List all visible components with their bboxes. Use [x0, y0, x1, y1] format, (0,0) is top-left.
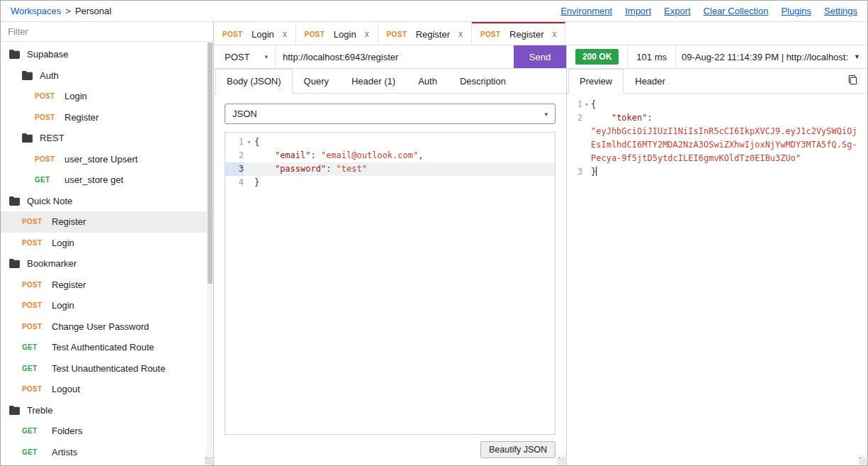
text-cursor: [596, 167, 597, 176]
line-number: 2: [570, 111, 582, 165]
method-label: GET: [35, 176, 59, 184]
tab-body-json[interactable]: Body (JSON): [215, 69, 293, 94]
body-editor[interactable]: 1▾{2 "email": "email@outlook.com",3 "pas…: [225, 132, 556, 435]
response-bar: 200 OK 101 ms 09-Aug-22 11:14:39 PM | ht…: [567, 45, 867, 69]
collection-sidebar: SupabaseAuthPOSTLoginPOSTRegisterRESTPOS…: [1, 22, 214, 465]
tree-request-change-user-password[interactable]: POSTChange User Password: [1, 316, 213, 338]
tree-folder-rest[interactable]: REST: [1, 128, 213, 149]
response-meta-cell[interactable]: 09-Aug-22 11:14:39 PM | http://localhost…: [676, 45, 867, 68]
request-tab-login[interactable]: POSTLoginx: [296, 22, 378, 45]
content-area: SupabaseAuthPOSTLoginPOSTRegisterRESTPOS…: [1, 22, 867, 465]
tab-close-button[interactable]: x: [458, 29, 463, 39]
copy-response-button[interactable]: [838, 69, 867, 93]
tree-request-folders[interactable]: GETFolders: [1, 421, 213, 442]
method-label: GET: [22, 343, 46, 351]
workspaces-link[interactable]: Workspaces: [11, 6, 61, 16]
body-type-select[interactable]: JSON ▾: [225, 104, 556, 124]
tab-close-button[interactable]: x: [365, 29, 369, 39]
fold-icon: [582, 111, 591, 165]
code-line: 2 "email": "email@outlook.com",: [225, 149, 555, 162]
filter-input[interactable]: [1, 22, 213, 42]
request-pane: POST ▾ Send Body (JSON)QueryHeader (1)Au…: [214, 45, 567, 465]
breadcrumb: Workspaces > Personal: [11, 6, 111, 16]
tree-folder-supabase[interactable]: Supabase: [1, 44, 213, 65]
folder-icon: [9, 50, 21, 59]
tab-auth[interactable]: Auth: [407, 69, 449, 93]
method-select-value: POST: [225, 52, 249, 62]
request-tab-register[interactable]: POSTRegisterx: [472, 22, 565, 45]
tree-item-label: Bookmarker: [27, 258, 77, 269]
top-link-import[interactable]: Import: [625, 6, 651, 16]
method-select[interactable]: POST ▾: [214, 45, 276, 68]
tree-folder-quick-note[interactable]: Quick Note: [1, 191, 213, 212]
tree-request-login[interactable]: POSTLogin: [1, 295, 213, 316]
method-label: POST: [35, 92, 59, 100]
scrollbar-thumb[interactable]: [208, 43, 213, 284]
tree-item-label: Treble: [27, 405, 52, 416]
top-link-export[interactable]: Export: [664, 6, 691, 16]
tree-request-user-store-upsert[interactable]: POSTuser_store Upsert: [1, 149, 213, 170]
tree-folder-treble[interactable]: Treble: [1, 400, 213, 421]
tree-folder-bookmarker[interactable]: Bookmarker: [1, 253, 213, 274]
top-link-clear-collection[interactable]: Clear Collection: [704, 6, 769, 16]
code-line: 2 "token": "eyJhbGciOiJIUzI1NiIsInR5cCI6…: [570, 111, 862, 165]
line-content: {: [254, 135, 259, 149]
status-badge: 200 OK: [575, 49, 619, 65]
tree-request-login[interactable]: POSTLogin: [1, 233, 213, 254]
tree-item-label: user_store Upsert: [64, 154, 137, 165]
code-line: 1▾{: [570, 98, 862, 111]
tree-item-label: user_store get: [64, 174, 123, 185]
tab-close-button[interactable]: x: [552, 29, 556, 39]
sidebar-resize-grip[interactable]: [205, 457, 213, 465]
tab-header-1[interactable]: Header (1): [340, 69, 407, 93]
url-input[interactable]: [276, 45, 514, 68]
tab-description[interactable]: Description: [449, 69, 517, 93]
request-pane-resize-grip[interactable]: [558, 457, 565, 465]
send-button[interactable]: Send: [514, 45, 566, 68]
tree-request-test-unauthenticated-route[interactable]: GETTest Unauthenticated Route: [1, 358, 213, 379]
body-type-value: JSON: [232, 109, 257, 119]
chevron-down-icon[interactable]: ▼: [854, 53, 860, 60]
response-tab-header[interactable]: Header: [624, 69, 677, 93]
method-label: GET: [22, 427, 46, 435]
tree-folder-auth[interactable]: Auth: [1, 65, 213, 87]
top-link-settings[interactable]: Settings: [824, 6, 857, 16]
method-label: GET: [22, 448, 46, 456]
code-line: 1▾{: [225, 135, 555, 149]
fold-icon: [244, 176, 254, 189]
tree-request-artists[interactable]: GETArtists: [1, 442, 213, 463]
tree-request-login[interactable]: POSTLogin: [1, 86, 213, 107]
tab-close-button[interactable]: x: [283, 29, 287, 39]
tree-request-register[interactable]: POSTRegister: [1, 274, 213, 296]
tree-request-register[interactable]: POSTRegister: [1, 211, 213, 233]
tab-query[interactable]: Query: [293, 69, 340, 93]
fold-icon: ▾: [244, 135, 254, 149]
tree-item-label: Login: [52, 238, 74, 248]
tree-request-test-authenticated-route[interactable]: GETTest Authenticated Route: [1, 337, 213, 358]
tree-item-label: Test Authenticated Route: [52, 342, 154, 353]
request-tab-register[interactable]: POSTRegisterx: [378, 22, 472, 45]
top-bar: Workspaces > Personal EnvironmentImportE…: [1, 1, 867, 22]
line-number: 4: [225, 176, 244, 189]
response-tab-preview[interactable]: Preview: [568, 69, 624, 94]
request-tab-login[interactable]: POSTLoginx: [214, 22, 296, 45]
tree-item-label: Artists: [52, 447, 77, 457]
window-resize-grip[interactable]: [859, 457, 867, 465]
beautify-json-button[interactable]: Beautify JSON: [480, 441, 556, 458]
top-link-plugins[interactable]: Plugins: [781, 6, 811, 16]
tree-request-logout[interactable]: POSTLogout: [1, 379, 213, 400]
tab-label: Login: [252, 29, 274, 40]
folder-icon: [22, 71, 34, 80]
sidebar-scrollbar[interactable]: [207, 43, 213, 465]
top-links: EnvironmentImportExportClear CollectionP…: [560, 6, 857, 16]
tree-item-label: Change User Password: [52, 321, 149, 332]
line-content: }: [254, 176, 259, 189]
line-number: 3: [570, 165, 582, 179]
response-viewer[interactable]: 1▾{2 "token": "eyJhbGciOiJIUzI1NiIsInR5c…: [567, 94, 867, 465]
tree-item-label: Folders: [52, 426, 82, 436]
tree-request-register[interactable]: POSTRegister: [1, 107, 213, 128]
line-content: "email": "email@outlook.com",: [254, 149, 423, 162]
top-link-environment[interactable]: Environment: [560, 6, 612, 16]
tree-request-user-store-get[interactable]: GETuser_store get: [1, 170, 213, 191]
tree-item-label: Test Unauthenticated Route: [52, 363, 165, 374]
